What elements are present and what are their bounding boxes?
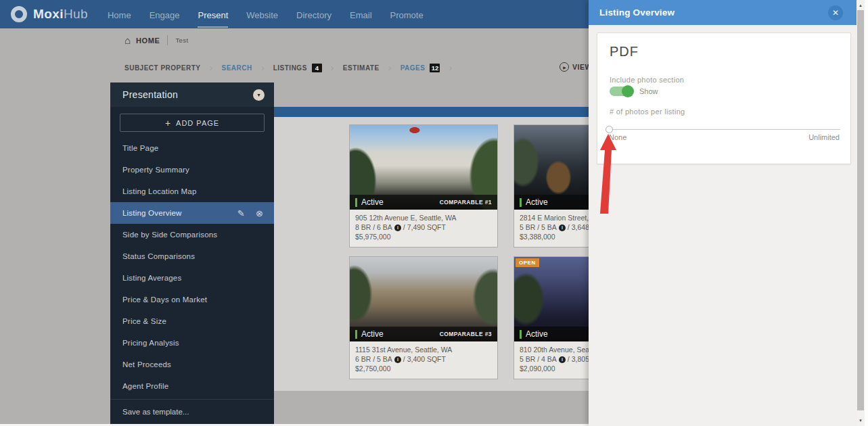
listing-price: $5,975,000 (355, 233, 492, 242)
breadcrumb-home-link[interactable]: HOME (136, 37, 160, 45)
nav-item-present[interactable]: Present (198, 1, 228, 28)
info-icon[interactable]: i (394, 224, 401, 231)
listing-price: $2,750,000 (355, 364, 492, 374)
play-icon: ▶ (559, 62, 569, 72)
sidebar-item-status-comparisons[interactable]: Status Comparisons (110, 245, 274, 267)
listing-specs: 8 BR / 6 BA i / 7,490 SQFT (355, 223, 492, 233)
beds-baths: 5 BR / 5 BA (520, 223, 557, 233)
nav-item-directory[interactable]: Directory (296, 1, 332, 28)
listing-status-bar: Active COMPARABLE #1 (350, 195, 497, 210)
brand-bold: Moxi (33, 7, 64, 21)
sqft: / 7,490 SQFT (403, 223, 446, 233)
chevron-icon: › (261, 62, 265, 73)
step-pages-group[interactable]: PAGES 12 (401, 64, 440, 72)
brand-name: MoxiHub (33, 7, 88, 22)
status-label: Active (361, 197, 384, 207)
save-as-template-button[interactable]: Save as template... (110, 399, 274, 423)
sidebar-item-label: Listing Overview (122, 209, 182, 217)
chevron-icon: › (449, 62, 452, 73)
close-icon: ✕ (832, 8, 839, 18)
photos-per-listing-label: # of photos per listing (610, 108, 685, 116)
main-nav: Home Engage Present Website Directory Em… (108, 0, 424, 28)
close-button[interactable]: ✕ (828, 5, 843, 20)
view-button[interactable]: ▶ VIEW (559, 62, 592, 72)
photos-slider-track[interactable] (609, 129, 840, 130)
sidebar-item-agent-profile[interactable]: Agent Profile (110, 375, 274, 397)
annotation-arrow-up-icon (595, 134, 618, 215)
beds-baths: 5 BR / 4 BA (520, 355, 557, 364)
moxihub-logo[interactable]: MoxiHub (11, 6, 88, 22)
edit-icon[interactable]: ✎ (237, 208, 245, 218)
slider-max-label: Unlimited (808, 133, 840, 141)
step-listings[interactable]: LISTINGS (273, 64, 307, 72)
active-status-indicator (520, 198, 522, 207)
sidebar-item-pricing-analysis[interactable]: Pricing Analysis (110, 332, 274, 354)
active-status-indicator (520, 330, 522, 339)
add-page-button[interactable]: + ADD PAGE (120, 114, 265, 132)
comparable-label: COMPARABLE #3 (440, 331, 492, 337)
listing-photo: Active COMPARABLE #3 (350, 257, 497, 341)
pdf-section-title: PDF (610, 44, 639, 60)
nav-item-home[interactable]: Home (108, 1, 131, 28)
remove-icon[interactable]: ⊗ (256, 208, 263, 218)
beds-baths: 8 BR / 6 BA (355, 223, 392, 233)
add-page-label: ADD PAGE (176, 119, 219, 127)
listing-card: Active COMPARABLE #1 905 12th Avenue E, … (350, 125, 497, 247)
pages-count-badge: 12 (430, 64, 440, 72)
photos-slider-handle[interactable] (606, 126, 613, 133)
listing-photo: Active COMPARABLE #1 (350, 125, 497, 210)
sidebar-title: Presentation (122, 89, 178, 100)
preview-page-header-bar (274, 107, 589, 117)
toggle-knob[interactable] (622, 85, 634, 97)
item-action-icons: ✎ ⊗ (237, 208, 263, 218)
sidebar-item-listing-overview[interactable]: Listing Overview ✎ ⊗ (110, 202, 274, 224)
listing-specs: 6 BR / 5 BA i / 3,400 SQFT (355, 355, 492, 364)
drawer-header: Listing Overview (589, 0, 856, 25)
step-subject-property[interactable]: SUBJECT PROPERTY (124, 64, 200, 72)
status-label: Active (361, 329, 384, 339)
presentation-sidebar: Presentation ▾ + ADD PAGE Title Page Pro… (110, 82, 274, 426)
sidebar-item-listing-averages[interactable]: Listing Averages (110, 267, 274, 289)
drawer-scrollbar[interactable]: ▲ ▼ (856, 0, 865, 426)
sidebar-item-price-days-on-market[interactable]: Price & Days on Market (110, 289, 274, 310)
step-pages[interactable]: PAGES (401, 64, 426, 72)
workflow-steps: SUBJECT PROPERTY › SEARCH › LISTINGS 4 ›… (124, 63, 452, 73)
listing-address: 905 12th Avenue E, Seattle, WA (355, 214, 492, 223)
nav-item-promote[interactable]: Promote (390, 1, 424, 28)
nav-item-email[interactable]: Email (350, 1, 372, 28)
sidebar-item-listing-location-map[interactable]: Listing Location Map (110, 181, 274, 202)
nav-item-website[interactable]: Website (246, 1, 278, 28)
scrollbar-thumb[interactable] (857, 10, 864, 410)
listings-count-badge: 4 (312, 64, 322, 72)
status-label: Active (526, 329, 548, 339)
info-icon[interactable]: i (394, 356, 401, 363)
toggle-state-label: Show (639, 87, 658, 95)
sidebar-item-net-proceeds[interactable]: Net Proceeds (110, 354, 274, 375)
sidebar-item-title-page[interactable]: Title Page (110, 137, 274, 159)
sidebar-item-price-size[interactable]: Price & Size (110, 310, 274, 332)
open-house-badge: OPEN (516, 258, 539, 267)
plus-icon: + (165, 118, 171, 128)
photo-section-toggle[interactable] (610, 87, 633, 96)
caret-down-icon: ▾ (257, 92, 260, 98)
scroll-up-icon[interactable]: ▲ (856, 1, 865, 9)
collapse-button[interactable]: ▾ (253, 89, 265, 101)
info-icon[interactable]: i (559, 356, 566, 363)
chevron-icon: › (331, 62, 334, 73)
step-search[interactable]: SEARCH (221, 64, 252, 72)
breadcrumb-divider (167, 35, 168, 45)
chevron-icon: › (388, 62, 392, 73)
sidebar-item-property-summary[interactable]: Property Summary (110, 159, 274, 181)
step-estimate[interactable]: ESTIMATE (343, 64, 380, 72)
sqft: / 3,400 SQFT (403, 355, 446, 364)
pdf-settings-card: PDF Include photo section Show # of phot… (597, 32, 851, 164)
comparable-label: COMPARABLE #1 (440, 199, 492, 206)
photo-section-toggle-row: Show (610, 87, 658, 96)
listing-card: Active COMPARABLE #3 1115 31st Avenue, S… (350, 257, 497, 379)
listing-address: 1115 31st Avenue, Seattle, WA (355, 346, 492, 355)
scroll-down-icon[interactable]: ▼ (856, 416, 865, 425)
info-icon[interactable]: i (559, 224, 566, 231)
nav-item-engage[interactable]: Engage (150, 1, 180, 28)
step-listings-group[interactable]: LISTINGS 4 (273, 64, 322, 72)
sidebar-item-side-by-side-comparisons[interactable]: Side by Side Comparisons (110, 224, 274, 245)
